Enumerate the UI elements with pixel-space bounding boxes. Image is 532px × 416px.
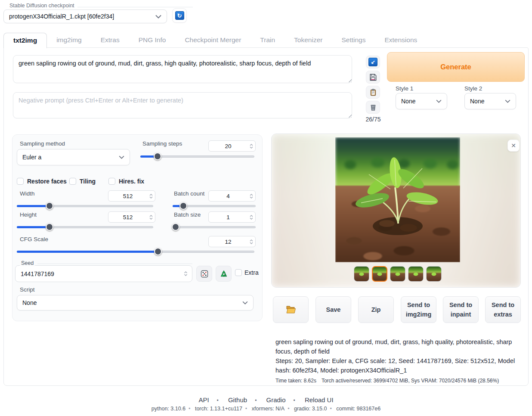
extra-seed-checkbox[interactable] [235,269,242,276]
thumbnail-2-selected[interactable] [372,266,387,282]
save-image-button[interactable]: Save [315,296,351,323]
checkpoint-label-rule [77,7,193,7]
vram-stats: Torch active/reserved: 3699/4702 MiB, Sy… [322,378,499,384]
stepper-arrows[interactable] [181,266,190,282]
style1-dropdown[interactable]: None [396,93,447,109]
recycle-icon [220,270,228,278]
style1-label: Style 1 [396,85,413,92]
stepper-arrows[interactable] [247,141,255,151]
send-to-inpaint-button[interactable]: Send to inpaint [443,296,479,323]
batch-count-input[interactable]: 4 [208,190,256,202]
stable-diffusion-webui: Stable Diffusion checkpoint protogenX34O… [0,0,532,416]
seed-input[interactable]: 1441787169 [15,265,192,282]
slider-knob[interactable] [172,223,179,231]
stepper-arrows[interactable] [247,212,255,222]
sampling-steps-slider[interactable] [140,152,254,160]
cfg-scale-input[interactable]: 12 [208,236,256,247]
torch-version: torch: 1.13.1+cu117 [195,406,242,412]
stepper-arrows[interactable] [147,191,155,201]
prompt-input[interactable]: green sapling rowing out of ground, mud,… [13,55,352,83]
close-gallery-button[interactable]: ✕ [507,140,520,152]
chevron-down-icon [505,99,510,103]
tab-train[interactable]: Train [251,33,285,48]
style2-label: Style 2 [464,85,482,92]
tab-checkpoint-merger[interactable]: Checkpoint Merger [175,33,251,48]
tab-settings[interactable]: Settings [332,33,375,48]
generated-image[interactable] [335,137,460,262]
batch-count-label: Batch count [174,190,204,197]
style2-dropdown[interactable]: None [464,93,516,109]
cfg-scale-slider[interactable] [17,248,254,255]
hires-fix-label: Hires. fix [119,178,144,185]
generate-button[interactable]: Generate [387,52,525,82]
script-dropdown[interactable]: None [17,295,254,310]
refresh-checkpoint-button[interactable]: ↻ [172,8,187,23]
arrow-down-left-icon: ↙ [368,58,377,66]
slider-knob[interactable] [154,152,161,160]
info-performance-text: Time taken: 8.62sTorch active/reserved: … [275,377,523,385]
send-to-extras-button[interactable]: Send to extras [485,296,521,323]
thumbnail-4[interactable] [408,266,424,282]
slider-knob[interactable] [179,202,187,210]
bullet: • [288,406,289,412]
reload-ui-link[interactable]: Reload UI [305,396,334,404]
sampling-steps-input[interactable]: 20 [208,140,256,152]
width-slider[interactable] [17,202,153,210]
tab-txt2img[interactable]: txt2img [3,33,47,48]
batch-size-input[interactable]: 1 [208,211,256,223]
checkpoint-dropdown[interactable]: protogenX34OfficialR_1.ckpt [60fe2f34] [3,9,167,23]
height-input[interactable]: 512 [108,211,155,223]
batch-size-slider[interactable] [173,223,256,231]
thumbnail-3[interactable] [390,266,405,282]
apply-style-button[interactable] [366,86,380,99]
main-tabbar: txt2img img2img Extras PNG Info Checkpoi… [3,33,427,48]
width-input[interactable]: 512 [108,190,155,202]
height-slider[interactable] [17,223,153,231]
slider-knob[interactable] [46,202,53,210]
style2-value: None [470,98,484,105]
random-seed-button[interactable] [196,266,212,282]
thumbnail-1[interactable] [354,266,369,282]
thumbnail-5[interactable] [426,266,442,282]
batch-count-slider[interactable] [173,202,256,210]
bullet: • [255,397,257,404]
tiling-label: Tiling [80,178,96,185]
generation-settings-panel: Sampling method Euler a Sampling steps 2… [12,134,263,321]
close-icon: ✕ [511,142,516,149]
tab-extras[interactable]: Extras [91,33,129,48]
restore-faces-label: Restore faces [27,178,67,185]
clear-prompt-button[interactable] [366,101,380,114]
stepper-arrows[interactable] [247,236,255,247]
width-label: Width [20,190,35,197]
trash-icon [369,103,377,112]
save-style-button[interactable] [366,71,380,84]
gradio-link[interactable]: Gradio [266,396,286,404]
github-link[interactable]: Github [228,396,247,404]
zip-button[interactable]: Zip [358,296,394,323]
hires-fix-checkbox[interactable] [108,178,115,185]
send-to-img2img-button[interactable]: Send to img2img [401,296,436,323]
script-label: Script [20,286,35,293]
tab-png-info[interactable]: PNG Info [129,33,176,48]
slider-knob[interactable] [46,223,53,231]
chevron-down-icon [436,99,442,103]
tab-tokenizer[interactable]: Tokenizer [285,33,332,48]
restore-faces-checkbox[interactable] [17,178,24,185]
stepper-arrows[interactable] [147,212,155,222]
tiling-checkbox[interactable] [69,178,76,185]
python-version: python: 3.10.6 [152,406,186,412]
tab-extensions[interactable]: Extensions [375,33,427,48]
negative-prompt-input[interactable] [13,92,352,118]
sampling-method-dropdown[interactable]: Euler a [17,149,130,165]
paste-generation-params-button[interactable]: ↙ [366,56,380,68]
height-value: 512 [108,214,147,220]
gradio-version: gradio: 3.15.0 [294,406,327,412]
slider-knob[interactable] [154,248,162,255]
api-link[interactable]: API [198,396,209,404]
open-output-folder-button[interactable] [273,296,309,323]
tab-img2img[interactable]: img2img [47,33,91,48]
reuse-seed-button[interactable] [216,266,232,282]
output-gallery: ✕ [271,133,521,288]
stepper-arrows[interactable] [247,191,255,201]
xformers-version: xformers: N/A [252,406,285,412]
